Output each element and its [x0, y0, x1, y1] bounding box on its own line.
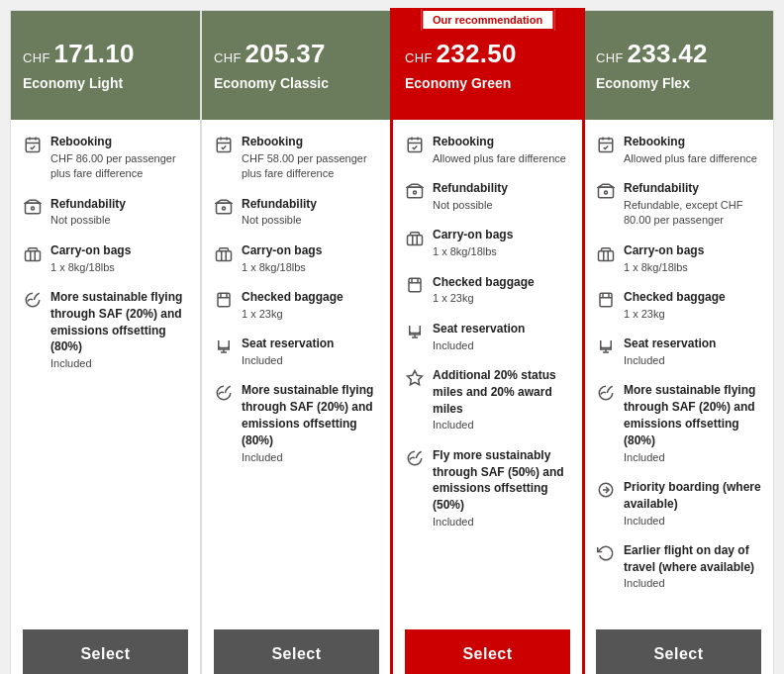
- feature-value: 1 x 8kg/18lbs: [433, 244, 513, 259]
- feature-label: Checked baggage: [624, 289, 726, 306]
- feature-label: Checked baggage: [433, 274, 535, 291]
- card-header-economy-flex: CHF 233.42 Economy Flex: [584, 11, 773, 120]
- feature-value: Included: [624, 576, 761, 591]
- refund-icon: [23, 197, 43, 217]
- feature-item-rebooking-3: Rebooking Allowed plus fare difference: [596, 134, 761, 166]
- svg-point-14: [223, 207, 226, 210]
- feature-item-priority-3: Priority boarding (where available) Incl…: [596, 479, 761, 529]
- select-button-economy-flex[interactable]: Select: [596, 629, 761, 674]
- feature-label: Priority boarding (where available): [624, 479, 761, 513]
- svg-rect-18: [218, 293, 230, 307]
- svg-point-41: [605, 191, 608, 194]
- svg-rect-22: [408, 139, 422, 152]
- refund-icon: [214, 197, 234, 217]
- earlier-icon: [596, 543, 616, 563]
- eco-icon: [596, 383, 616, 403]
- feature-item-miles-2: Additional 20% status miles and 20% awar…: [405, 367, 570, 433]
- feature-label: Refundability: [433, 180, 508, 197]
- feature-label: Fly more sustainably through SAF (50%) a…: [433, 447, 570, 514]
- card-name: Economy Green: [405, 75, 511, 91]
- feature-item-seat-3: Seat reservation Included: [596, 336, 761, 368]
- feature-value: Allowed plus fare difference: [433, 151, 566, 166]
- feature-item-refund-3: Refundability Refundable, except CHF 80.…: [596, 180, 761, 229]
- feature-label: Earlier flight on day of travel (where a…: [624, 542, 761, 576]
- select-button-economy-green[interactable]: Select: [405, 629, 570, 674]
- checked-icon: [405, 275, 425, 295]
- card-price-label: CHF 205.37: [214, 40, 326, 68]
- feature-label: Seat reservation: [433, 321, 525, 337]
- feature-item-carryon-2: Carry-on bags 1 x 8kg/18lbs: [405, 227, 570, 259]
- refund-icon: [405, 181, 425, 201]
- feature-value: Included: [624, 450, 761, 465]
- feature-label: Refundability: [624, 180, 761, 197]
- eco-icon: [23, 290, 43, 310]
- feature-value: Not possible: [242, 213, 317, 228]
- feature-value: Included: [433, 515, 570, 530]
- card-price-amount: 205.37: [245, 39, 326, 68]
- svg-rect-31: [409, 278, 421, 292]
- rebooking-icon: [596, 135, 616, 154]
- card-name: Economy Light: [23, 75, 123, 91]
- feature-label: Refundability: [242, 196, 317, 213]
- feature-item-eco-1: More sustainable flying through SAF (20%…: [214, 382, 379, 465]
- eco-icon: [214, 383, 234, 403]
- rebooking-icon: [214, 135, 234, 154]
- recommendation-badge: Our recommendation: [421, 9, 554, 31]
- feature-label: Carry-on bags: [624, 242, 704, 259]
- feature-item-rebooking-1: Rebooking CHF 58.00 per passenger plus f…: [214, 134, 379, 182]
- feature-item-rebooking-0: Rebooking CHF 86.00 per passenger plus f…: [23, 134, 188, 182]
- fare-card-economy-green: Our recommendation CHF 232.50 Economy Gr…: [390, 8, 585, 674]
- carryon-icon: [23, 243, 43, 263]
- card-body-economy-flex: Rebooking Allowed plus fare difference R…: [584, 120, 773, 620]
- select-button-economy-light[interactable]: Select: [23, 629, 188, 674]
- svg-point-27: [414, 191, 417, 194]
- feature-item-earlier-3: Earlier flight on day of travel (where a…: [596, 542, 761, 592]
- feature-label: Rebooking: [433, 134, 566, 150]
- rebooking-icon: [405, 135, 425, 154]
- card-price-amount: 232.50: [437, 39, 517, 68]
- feature-label: Rebooking: [624, 134, 757, 150]
- fare-card-economy-flex: CHF 233.42 Economy Flex Rebooking Allowe…: [583, 10, 774, 674]
- feature-label: More sustainable flying through SAF (20%…: [242, 382, 379, 448]
- priority-icon: [596, 480, 616, 500]
- feature-item-seat-1: Seat reservation Included: [214, 336, 379, 368]
- feature-label: Carry-on bags: [433, 227, 513, 243]
- feature-label: More sustainable flying through SAF (20%…: [624, 382, 761, 448]
- card-body-economy-green: Rebooking Allowed plus fare difference R…: [393, 120, 582, 620]
- feature-value: 1 x 23kg: [624, 307, 726, 322]
- feature-item-refund-0: Refundability Not possible: [23, 196, 188, 229]
- svg-rect-28: [408, 236, 423, 245]
- card-header-economy-light: CHF 171.10 Economy Light: [11, 11, 200, 120]
- carryon-icon: [405, 228, 425, 247]
- svg-rect-40: [599, 187, 614, 198]
- feature-item-eco-3: More sustainable flying through SAF (20%…: [596, 382, 761, 465]
- seat-icon: [405, 322, 425, 341]
- card-footer-economy-light: Select: [11, 620, 200, 674]
- carryon-icon: [214, 243, 234, 263]
- feature-item-checked-1: Checked baggage 1 x 23kg: [214, 289, 379, 322]
- feature-label: Seat reservation: [624, 336, 716, 352]
- feature-label: More sustainable flying through SAF (20%…: [50, 289, 188, 355]
- feature-value: 1 x 8kg/18lbs: [242, 260, 322, 275]
- feature-item-refund-1: Refundability Not possible: [214, 196, 379, 229]
- svg-point-5: [32, 207, 35, 210]
- feature-item-refund-2: Refundability Not possible: [405, 180, 570, 213]
- feature-value: 1 x 23kg: [242, 307, 343, 322]
- svg-rect-13: [217, 203, 232, 214]
- card-price-label: CHF 171.10: [23, 40, 135, 68]
- svg-rect-26: [408, 187, 423, 198]
- seat-icon: [596, 337, 616, 356]
- feature-label: Rebooking: [50, 134, 188, 150]
- feature-item-eco-2: Fly more sustainably through SAF (50%) a…: [405, 447, 570, 530]
- rebooking-icon: [23, 135, 43, 154]
- feature-label: Additional 20% status miles and 20% awar…: [433, 367, 570, 417]
- feature-value: CHF 86.00 per passenger plus fare differ…: [50, 151, 188, 182]
- feature-value: Included: [50, 356, 188, 371]
- feature-value: Included: [433, 418, 570, 433]
- feature-value: CHF 58.00 per passenger plus fare differ…: [242, 151, 379, 182]
- fare-cards-container: CHF 171.10 Economy Light Rebooking CHF 8…: [10, 10, 774, 674]
- svg-rect-45: [600, 293, 612, 307]
- svg-rect-36: [599, 139, 613, 152]
- select-button-economy-classic[interactable]: Select: [214, 629, 379, 674]
- svg-rect-42: [599, 251, 614, 261]
